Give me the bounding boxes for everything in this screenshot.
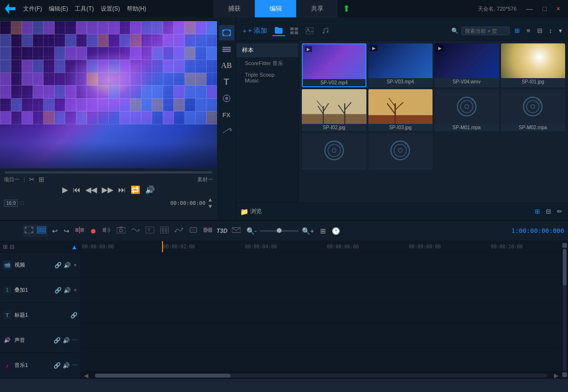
menu-tools[interactable]: 工具(T) (75, 5, 94, 13)
media-item-spm02[interactable]: ♪ ♪ SP-M02.mpa (501, 89, 566, 131)
cat-item-scorefitter[interactable]: ScoreFitter 音乐 (236, 57, 298, 69)
menu-help[interactable]: 帮助(H) (127, 5, 147, 13)
tab-edit[interactable]: 编辑 (255, 0, 297, 17)
overlay-fx-icon[interactable]: ✦ (73, 287, 78, 294)
redo-button[interactable]: ↪ (62, 226, 71, 236)
vscroll-thumb[interactable] (563, 249, 567, 285)
tool-trim[interactable] (219, 41, 234, 57)
split-button[interactable] (74, 225, 85, 236)
music-link-icon[interactable]: 🔗 (54, 362, 61, 369)
snapshot-button[interactable] (115, 225, 127, 236)
media-item-spi01[interactable]: SP-I01.jpg (501, 43, 566, 87)
cat-item-triplescoop[interactable]: Triple Scoop Music (236, 69, 298, 86)
menu-file[interactable]: 文件(F) (23, 5, 42, 13)
audio-button[interactable] (101, 225, 112, 236)
aspect-ratio-button[interactable]: 16:9 (4, 200, 18, 207)
vscroll-track[interactable] (563, 249, 567, 371)
tool-text[interactable]: AB (219, 58, 234, 73)
audio-link-icon[interactable]: 🔗 (54, 337, 61, 344)
media-item-spv03[interactable]: ▶ SP-V03.mp4 (368, 43, 433, 87)
sort-icon[interactable]: ↕ (547, 26, 554, 35)
loop-button[interactable]: 🔁 (131, 185, 140, 194)
media-tab-image[interactable] (303, 26, 316, 36)
maximize-button[interactable]: □ (540, 4, 549, 14)
search-input[interactable] (461, 27, 510, 35)
title-link-icon[interactable]: 🔗 (70, 312, 78, 319)
scroll-right-button[interactable]: ▶ (551, 372, 561, 379)
add-track-button[interactable]: ▲ (71, 243, 78, 251)
timecode-up[interactable]: ▲▼ (207, 196, 213, 210)
clock-button[interactable]: 🕐 (330, 226, 341, 236)
zoom-slider[interactable] (260, 230, 298, 232)
music-fx3-icon[interactable]: 〰 (72, 362, 78, 369)
media-item-spv04[interactable]: ▶ SP-V04.wmv (434, 43, 499, 87)
zoom-in-button[interactable]: 🔍+ (300, 226, 315, 236)
view-large-icon[interactable]: ⊞ (513, 26, 522, 35)
timeline-scroll-track[interactable] (95, 374, 547, 378)
menu-settings[interactable]: 设置(S) (101, 5, 120, 13)
vscroll-down[interactable] (562, 372, 567, 377)
media-tab-music[interactable] (319, 26, 331, 36)
tool-effects[interactable] (219, 91, 234, 106)
record-button[interactable]: ⏺ (88, 226, 98, 236)
view-mode-list[interactable]: ⊟ (544, 207, 553, 216)
tl-edit-button[interactable] (36, 225, 47, 236)
cut-icon[interactable]: ✂ (29, 176, 35, 183)
expand-all-button[interactable]: ⊞ (3, 243, 8, 250)
tool-title[interactable]: T (219, 74, 234, 90)
media-item-spv02[interactable]: ▶ SP-V02.mp4 (302, 43, 366, 87)
motion-button[interactable] (130, 225, 141, 236)
grid-overlay-button[interactable] (159, 225, 170, 236)
zoom-handle[interactable] (277, 228, 282, 233)
fit-button[interactable]: ⊞ (319, 226, 327, 236)
transition-tl-button[interactable] (202, 225, 214, 236)
video-fx-icon[interactable]: ✦ (73, 262, 78, 269)
prev-frame-button[interactable]: ⏮ (73, 186, 81, 194)
view-detail-icon[interactable]: ⊟ (535, 26, 544, 35)
playhead[interactable] (162, 241, 163, 252)
view-mode-folder[interactable]: ⊞ (533, 207, 542, 216)
cat-item-sample[interactable]: 样本 (236, 43, 298, 57)
tab-capture[interactable]: 捕获 (214, 0, 255, 17)
media-tab-grid[interactable] (288, 26, 300, 36)
media-item-spm03[interactable]: ♪ ♪ (302, 133, 366, 170)
menu-edit[interactable]: 编辑(E) (49, 5, 68, 13)
step-back-button[interactable]: ◀◀ (85, 185, 97, 194)
overlay-mute-icon[interactable]: 🔊 (64, 287, 71, 294)
view-list-icon[interactable]: ≡ (525, 26, 532, 35)
filter-icon[interactable]: ▾ (557, 26, 564, 35)
media-item-spi03[interactable]: SP-I03.jpg (368, 89, 433, 131)
vscroll-up[interactable] (562, 243, 567, 248)
tab-share[interactable]: 共享 (297, 0, 338, 17)
music-mute-icon[interactable]: 🔊 (63, 362, 70, 369)
edit-media-button[interactable]: ✏ (555, 207, 564, 216)
tool-media[interactable] (219, 25, 234, 41)
text-overlay-button[interactable]: T (144, 225, 156, 236)
copy-icon[interactable]: ⊞ (39, 176, 44, 183)
tl-film-button[interactable] (23, 225, 35, 236)
stabilize-button[interactable] (188, 225, 199, 236)
audio-fx2-icon[interactable]: 〰 (72, 337, 78, 344)
play-button[interactable]: ▶ (62, 185, 68, 194)
media-item-spi02[interactable]: SP-I02.jpg (302, 89, 366, 131)
minimize-button[interactable]: — (523, 4, 536, 14)
close-button[interactable]: × (554, 4, 563, 14)
timeline-scroll-thumb[interactable] (95, 374, 230, 378)
media-tab-active[interactable] (272, 26, 285, 36)
envelope-button[interactable] (230, 225, 242, 236)
tool-fx[interactable]: FX (219, 107, 234, 122)
video-link-icon[interactable]: 🔗 (54, 262, 62, 269)
browse-button[interactable]: 📁 浏览 (240, 207, 262, 216)
audio-mute-icon[interactable]: 🔊 (63, 337, 70, 344)
volume-button[interactable]: 🔊 (145, 185, 155, 194)
overlay-link-icon[interactable]: 🔗 (54, 287, 62, 294)
add-media-button[interactable]: + + 添加 (240, 25, 270, 37)
step-forward-button[interactable]: ▶▶ (102, 185, 113, 194)
media-item-spm04[interactable]: ♪ ♪ (368, 133, 433, 170)
morph-button[interactable] (173, 225, 185, 236)
seekbar[interactable] (5, 171, 212, 174)
tool-transition[interactable] (219, 123, 234, 139)
zoom-out-button[interactable]: 🔍- (245, 226, 258, 236)
video-mute-icon[interactable]: 🔊 (64, 262, 71, 269)
upload-icon[interactable]: ⬆ (338, 0, 355, 17)
